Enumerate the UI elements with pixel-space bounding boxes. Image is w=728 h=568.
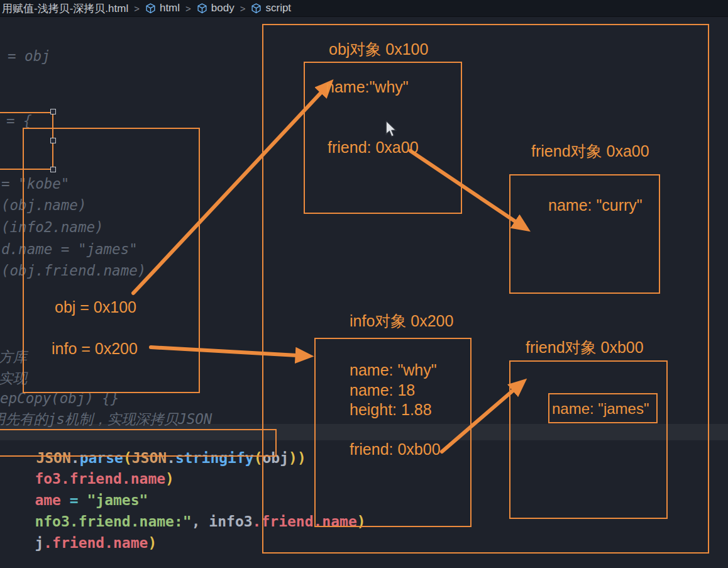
obj-name-field: name:"why" <box>326 78 409 96</box>
friend-b00-label: friend对象 0xb00 <box>526 337 644 358</box>
breadcrumb-separator: > <box>240 3 246 14</box>
stack-obj-ref: obj = 0x100 <box>55 298 136 316</box>
code-token: info3 <box>209 513 252 530</box>
info-name-field: name: "why" <box>350 361 437 379</box>
selected-rect[interactable] <box>0 112 53 170</box>
info-object-label: info对象 0x200 <box>350 311 453 331</box>
stack-info-ref: info = 0x200 <box>52 340 138 358</box>
breadcrumb-item-script[interactable]: script <box>251 2 291 14</box>
info-height-field: height: 1.88 <box>350 401 432 419</box>
code-token: , <box>192 513 209 530</box>
json-parse-highlight-rect[interactable] <box>0 429 277 457</box>
code-token: ) <box>148 535 157 551</box>
symbol-cube-icon <box>251 3 262 14</box>
code-line: j.friend.name) <box>0 518 157 567</box>
friend-b00-name-field: name: "james" <box>552 400 649 418</box>
breadcrumb-file[interactable]: 用赋值-浅拷贝-深拷贝.html <box>2 1 128 16</box>
code-token: j <box>35 535 43 551</box>
friend-a00-name-field: name: "curry" <box>548 196 643 214</box>
code-line-dim: 用先有的js机制，实现深拷贝JSON <box>0 409 212 429</box>
breadcrumb-item-label: script <box>265 2 291 14</box>
breadcrumb-item-label: html <box>160 2 180 14</box>
symbol-cube-icon <box>145 3 156 14</box>
info-age-field: name: 18 <box>350 381 415 399</box>
vscode-window: 用赋值-浅拷贝-深拷贝.html > html > body > script … <box>0 0 728 568</box>
selection-handle[interactable] <box>50 167 56 172</box>
breadcrumb: 用赋值-浅拷贝-深拷贝.html > html > body > script <box>0 0 728 17</box>
code-line-dim: = obj <box>8 48 50 64</box>
info-friend-field: friend: 0xb00 <box>350 440 441 459</box>
breadcrumb-item-html[interactable]: html <box>145 2 180 14</box>
code-token: .friend.name <box>43 535 148 551</box>
friend-a00-label: friend对象 0xa00 <box>531 141 649 162</box>
breadcrumb-item-label: body <box>211 2 234 14</box>
selection-handle[interactable] <box>50 138 56 143</box>
selection-handle[interactable] <box>50 109 56 114</box>
symbol-cube-icon <box>197 3 207 14</box>
friend-a00-object-rect[interactable] <box>509 174 660 294</box>
breadcrumb-file-label: 用赋值-浅拷贝-深拷贝.html <box>2 1 128 16</box>
obj-object-label: obj对象 0x100 <box>329 39 428 60</box>
code-token: ) <box>165 471 174 487</box>
friend-b00-object-rect[interactable] <box>509 360 668 519</box>
breadcrumb-separator: > <box>134 3 140 14</box>
breadcrumb-item-body[interactable]: body <box>197 2 234 14</box>
obj-friend-field: friend: 0xa00 <box>328 138 419 157</box>
breadcrumb-separator: > <box>185 3 191 14</box>
mouse-cursor-icon <box>385 121 399 138</box>
